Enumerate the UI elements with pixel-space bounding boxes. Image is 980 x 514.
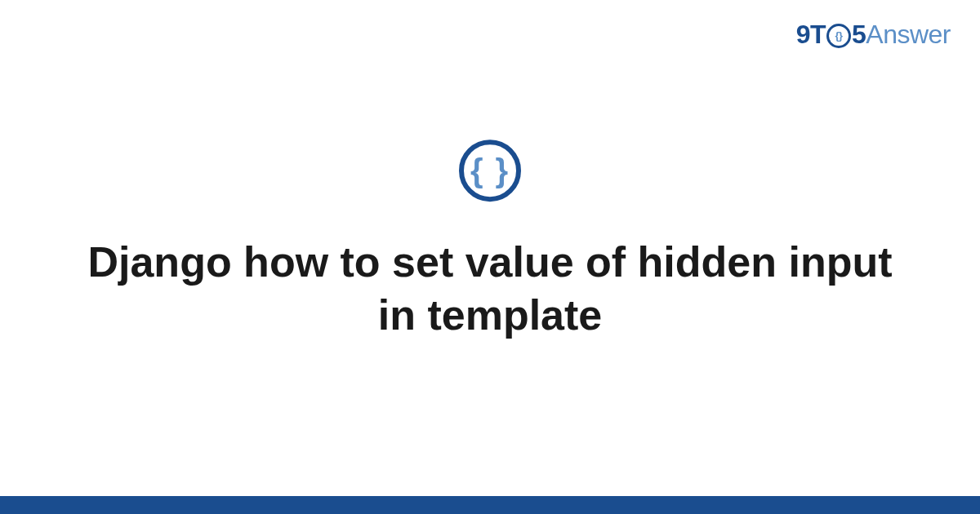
logo-circle-glyph: {}	[835, 30, 842, 41]
logo-text-9t: 9T	[796, 20, 826, 50]
category-circle-icon: { }	[459, 140, 521, 202]
main-content: { } Django how to set value of hidden in…	[0, 140, 980, 342]
logo-text-5: 5	[852, 20, 866, 50]
footer-bar	[0, 496, 980, 514]
logo-text-answer: Answer	[866, 20, 951, 50]
logo-circle-icon: {}	[826, 24, 851, 48]
page-title: Django how to set value of hidden input …	[82, 236, 898, 342]
site-logo: 9T {} 5 Answer	[796, 20, 951, 50]
code-braces-icon: { }	[470, 154, 510, 187]
